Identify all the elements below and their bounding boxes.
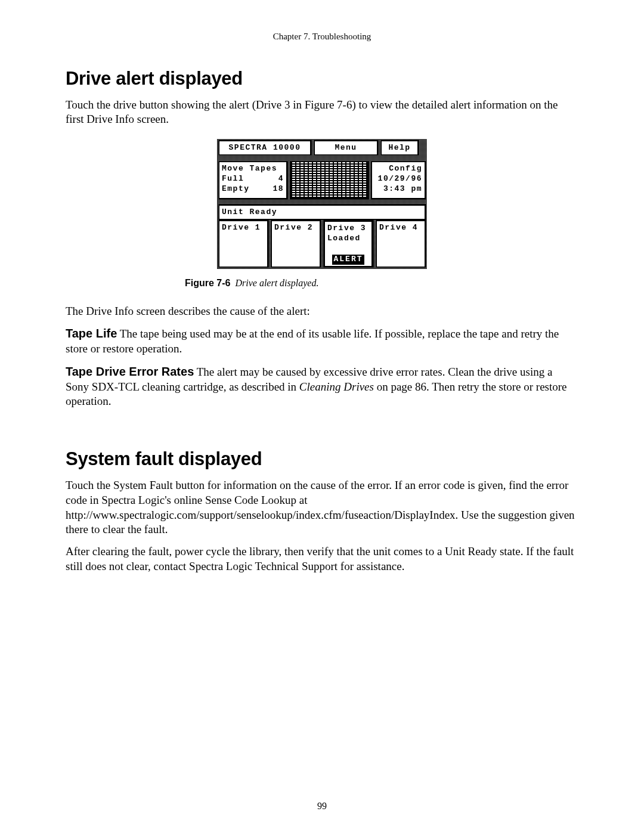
drive-4-label: Drive 4: [379, 223, 422, 233]
drive-3-state: Loaded: [327, 234, 369, 244]
drive-3-label: Drive 3: [327, 224, 369, 234]
drive-2-button[interactable]: Drive 2: [271, 220, 321, 268]
help-button[interactable]: Help: [380, 140, 419, 156]
tape-life-paragraph: Tape Life The tape being used may be at …: [66, 326, 578, 356]
cleaning-drives-ref: Cleaning Drives: [299, 380, 374, 393]
drive-2-label: Drive 2: [274, 223, 317, 233]
full-label: Full: [222, 174, 244, 184]
drive-1-button[interactable]: Drive 1: [218, 220, 268, 268]
heading-drive-alert: Drive alert displayed: [66, 67, 578, 91]
tape-life-lead: Tape Life: [66, 327, 117, 340]
system-fault-p1: Touch the System Fault button for inform…: [66, 478, 578, 537]
intro-paragraph: Touch the drive button showing the alert…: [66, 98, 578, 127]
config-date: 10/29/96: [374, 174, 422, 184]
error-rates-lead: Tape Drive Error Rates: [66, 365, 194, 378]
move-tapes-button[interactable]: Move Tapes Full 4 Empty 18: [218, 161, 287, 199]
page: Chapter 7. Troubleshooting Drive alert d…: [0, 0, 644, 833]
empty-value: 18: [273, 184, 284, 194]
menu-button[interactable]: Menu: [314, 140, 378, 156]
lcd-screen: SPECTRA 10000 Menu Help Move Tapes Full …: [217, 139, 427, 269]
drive-3-alert: ALERT: [332, 255, 364, 265]
tape-life-body: The tape being used may be at the end of…: [66, 327, 559, 355]
figure-caption: Figure 7-6 Drive alert displayed.: [185, 277, 578, 290]
empty-label: Empty: [222, 184, 250, 194]
drive-3-button[interactable]: Drive 3 Loaded ALERT: [323, 220, 373, 268]
running-header: Chapter 7. Troubleshooting: [66, 31, 578, 43]
move-tapes-label: Move Tapes: [222, 164, 284, 174]
config-button[interactable]: Config 10/29/96 3:43 pm: [371, 161, 426, 199]
figure-label: Figure 7-6: [185, 278, 230, 288]
drive-1-label: Drive 1: [222, 223, 265, 233]
page-number: 99: [0, 800, 644, 813]
config-label: Config: [374, 164, 422, 174]
full-value: 4: [278, 174, 284, 184]
after-figure-paragraph: The Drive Info screen describes the caus…: [66, 304, 578, 319]
drive-4-button[interactable]: Drive 4: [376, 220, 426, 268]
figure-title: Drive alert displayed.: [235, 278, 318, 288]
unit-status: Unit Ready: [218, 205, 426, 220]
tank-graphic-button[interactable]: [290, 161, 369, 199]
figure-7-6: SPECTRA 10000 Menu Help Move Tapes Full …: [66, 139, 578, 290]
tank-graphic: [290, 161, 369, 199]
lcd-product-title: SPECTRA 10000: [218, 140, 311, 156]
system-fault-p2: After clearing the fault, power cycle th…: [66, 544, 578, 574]
heading-system-fault: System fault displayed: [66, 447, 578, 471]
config-time: 3:43 pm: [374, 184, 422, 194]
error-rates-paragraph: Tape Drive Error Rates The alert may be …: [66, 364, 578, 409]
